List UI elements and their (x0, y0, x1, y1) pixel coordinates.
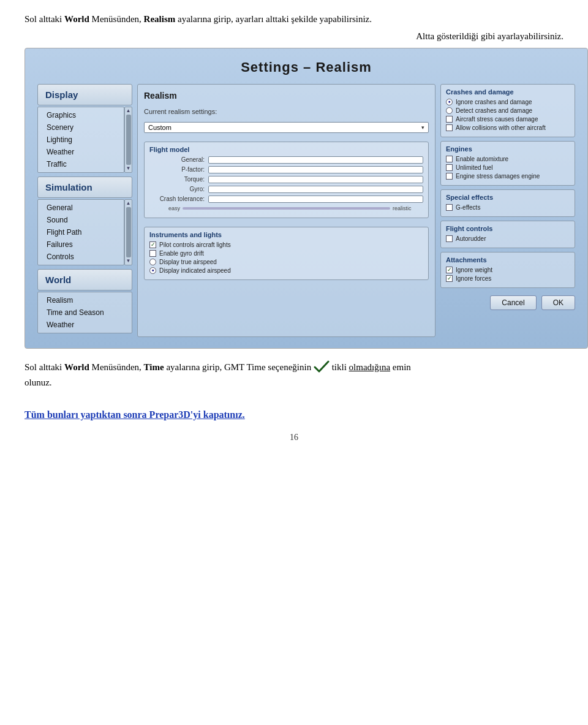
bottom-line2: olunuz. (24, 375, 564, 391)
radio-true-airspeed[interactable] (149, 259, 156, 265)
field-bar-general[interactable] (208, 156, 423, 164)
realism-title: Realism (144, 91, 429, 101)
dropdown-arrow-icon: ▾ (421, 124, 424, 131)
field-label-gyro: Gyro: (149, 186, 205, 192)
field-gyro: Gyro: (149, 186, 423, 193)
flight-model-subsection: Flight model General: P-factor: Torque: … (144, 142, 429, 218)
special-effects-title: Special effects (446, 194, 570, 201)
scroll-down-arrow: ▼ (126, 166, 131, 171)
world-header[interactable]: World (37, 269, 132, 290)
simulation-items-wrap: General Sound Flight Path Failures Contr… (37, 199, 132, 265)
check-geffects: G-effects (446, 204, 570, 211)
scroll-up-arrow: ▲ (126, 108, 131, 113)
label-detect-crashes: Detect crashes and damage (456, 107, 532, 114)
simulation-scrollbar[interactable]: ▲ ▼ (124, 199, 132, 265)
sidebar-item-flight-path[interactable]: Flight Path (38, 226, 124, 238)
label-true-airspeed: Display true airspeed (159, 259, 217, 265)
slider-track[interactable] (183, 207, 390, 210)
checkbox-ignore-weight[interactable]: ✓ (446, 267, 453, 273)
checkbox-autorudder[interactable] (446, 235, 453, 242)
label-engine-stress: Engine stress damages engine (456, 173, 540, 180)
sidebar-item-traffic[interactable]: Traffic (38, 158, 124, 170)
screenshot-title: Settings – Realism (37, 59, 575, 75)
simulation-items: General Sound Flight Path Failures Contr… (37, 199, 124, 265)
scroll-thumb (126, 115, 131, 165)
sidebar-item-realism[interactable]: Realism (38, 294, 132, 306)
radio-ignore-crashes[interactable]: ● (446, 99, 453, 105)
check-automixture: Enable automixture (446, 156, 570, 162)
page-number: 16 (24, 433, 564, 442)
field-pfactor: P-factor: (149, 166, 423, 173)
sim-scroll-thumb (126, 207, 131, 257)
special-effects-subsection: Special effects G-effects (440, 189, 575, 217)
world-items: Realism Time and Season Weather (37, 292, 132, 333)
sidebar-item-lighting[interactable]: Lighting (38, 134, 124, 146)
checkbox-stress-damage[interactable] (446, 116, 453, 123)
engines-subsection: Engines Enable automixture Unlimited fue… (440, 141, 575, 186)
check-ignore-weight: ✓ Ignore weight (446, 267, 570, 273)
world-bold: World (64, 362, 89, 372)
simulation-header[interactable]: Simulation (37, 177, 132, 198)
realism-dropdown[interactable]: Custom ▾ (144, 122, 429, 133)
sidebar-item-weather[interactable]: Weather (38, 146, 124, 158)
underline-olmadığına: olmadığına (349, 362, 391, 372)
checkbox-ignore-forces[interactable]: ✓ (446, 275, 453, 282)
intro-line2: Altta gösterildiği gibi ayarlayabilirsin… (24, 31, 564, 42)
check-autorudder: Autorudder (446, 235, 570, 242)
display-header[interactable]: Display (37, 84, 132, 105)
check-gyro-drift: Enable gyro drift (149, 250, 423, 257)
check-detect-crashes: Detect crashes and damage (446, 107, 570, 114)
sidebar-item-failures[interactable]: Failures (38, 238, 124, 251)
crashes-title: Crashes and damage (446, 88, 570, 96)
check-indicated-airspeed: ● Display indicated airspeed (149, 267, 423, 274)
label-ignore-crashes: Ignore crashes and damage (456, 99, 532, 105)
check-engine-stress: Engine stress damages engine (446, 173, 570, 180)
radio-indicated-airspeed[interactable]: ● (149, 267, 156, 274)
checkbox-collisions[interactable] (446, 124, 453, 131)
flight-controls-title: Flight controls (446, 225, 570, 232)
sidebar-item-controls[interactable]: Controls (38, 251, 124, 263)
settings-realism-screenshot: Settings – Realism Display Graphics Scen… (24, 48, 588, 349)
checkbox-automixture[interactable] (446, 156, 453, 162)
label-collisions: Allow collisions with other aircraft (456, 124, 546, 131)
label-gyro-drift: Enable gyro drift (159, 250, 204, 257)
check-ignore-forces: ✓ Ignore forces (446, 275, 570, 282)
label-autorudder: Autorudder (456, 235, 486, 242)
attachments-title: Attachments (446, 256, 570, 264)
realism-center-panel: Realism Current realism settings: Custom… (137, 84, 435, 337)
field-bar-gyro[interactable] (208, 186, 423, 193)
field-bar-pfactor[interactable] (208, 166, 423, 173)
checkbox-unlimited-fuel[interactable] (446, 164, 453, 171)
sidebar-item-graphics[interactable]: Graphics (38, 109, 124, 121)
settings-body: Display Graphics Scenery Lighting Weathe… (37, 84, 575, 337)
cancel-button[interactable]: Cancel (490, 295, 536, 310)
checkbox-pilot-controls[interactable]: ✓ (149, 241, 156, 248)
checkbox-geffects[interactable] (446, 204, 453, 211)
footer-link[interactable]: Tüm bunları yaptıktan sonra Prepar3D'yi … (24, 409, 564, 420)
radio-detect-crashes[interactable] (446, 107, 453, 114)
field-label-pfactor: P-factor: (149, 166, 205, 173)
check-stress-damage: Aircraft stress causes damage (446, 116, 570, 123)
checkbox-gyro-drift[interactable] (149, 250, 156, 257)
button-row: Cancel OK (440, 295, 575, 310)
field-general: General: (149, 156, 423, 164)
sidebar-item-world-weather[interactable]: Weather (38, 319, 132, 331)
sidebar-item-scenery[interactable]: Scenery (38, 121, 124, 134)
label-ignore-weight: Ignore weight (456, 267, 492, 273)
slider-row: easy realistic (149, 205, 423, 211)
display-scrollbar[interactable]: ▲ ▼ (124, 107, 132, 173)
field-bar-torque[interactable] (208, 176, 423, 183)
checkmark-icon (314, 360, 330, 373)
label-ignore-forces: Ignore forces (456, 275, 491, 282)
checkbox-engine-stress[interactable] (446, 173, 453, 180)
sidebar-item-sound[interactable]: Sound (38, 214, 124, 226)
check-unlimited-fuel: Unlimited fuel (446, 164, 570, 171)
ok-button[interactable]: OK (541, 295, 575, 310)
dropdown-value: Custom (148, 124, 172, 131)
label-indicated-airspeed: Display indicated airspeed (159, 267, 231, 274)
sidebar-item-general[interactable]: General (38, 202, 124, 214)
sidebar-item-time-and-season[interactable]: Time and Season (38, 306, 132, 319)
instruments-subsection: Instruments and lights ✓ Pilot controls … (144, 227, 429, 280)
field-bar-crash-tolerance[interactable] (208, 195, 423, 203)
label-unlimited-fuel: Unlimited fuel (456, 164, 493, 171)
